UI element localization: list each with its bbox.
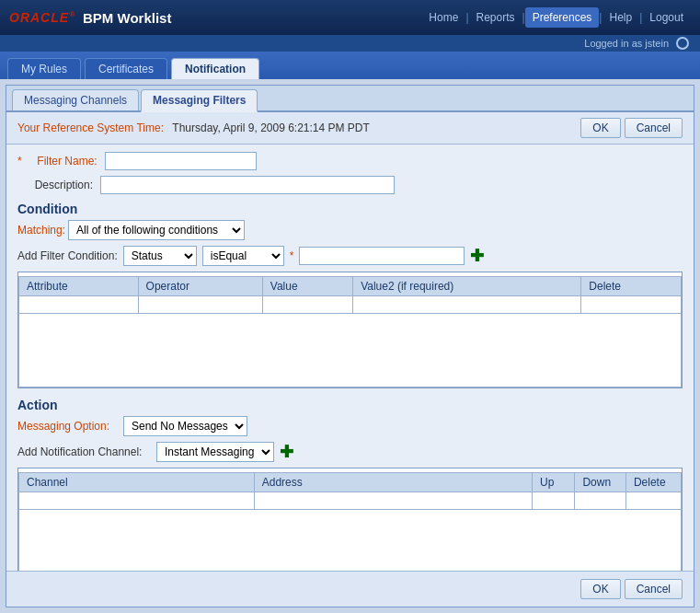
filter-name-input[interactable] [105, 152, 257, 170]
matching-row: Matching: All of the following condition… [17, 220, 683, 240]
sub-tab-messaging-filters[interactable]: Messaging Filters [141, 89, 258, 112]
action-col-address: Address [254, 473, 532, 492]
add-channel-icon[interactable]: ✚ [280, 444, 293, 460]
cancel-bottom-button[interactable]: Cancel [625, 579, 683, 599]
login-bar: Logged in as jstein [0, 35, 700, 52]
app-title: BPM Worklist [83, 10, 171, 26]
content-panel: Messaging Channels Messaging Filters You… [6, 85, 694, 607]
tab-certificates[interactable]: Certificates [85, 58, 167, 79]
top-buttons-row: Your Reference System Time: Thursday, Ap… [6, 112, 694, 145]
action-col-delete: Delete [625, 473, 681, 492]
filter-name-row: * Filter Name: [17, 152, 683, 170]
col-operator: Operator [138, 277, 262, 296]
nav-home[interactable]: Home [421, 7, 465, 28]
nav-logout[interactable]: Logout [642, 7, 691, 28]
col-value2: Value2 (if required) [353, 277, 581, 296]
matching-label: Matching: [17, 224, 68, 237]
main: Messaging Channels Messaging Filters You… [0, 79, 700, 613]
action-row-2 [19, 510, 682, 572]
nav-reports[interactable]: Reports [469, 7, 522, 28]
condition-empty-row [19, 296, 682, 314]
tabs-row: My Rules Certificates Notification [0, 52, 700, 79]
ok-bottom-button[interactable]: OK [580, 579, 620, 599]
condition-grid: Attribute Operator Value Value2 (if requ… [17, 272, 683, 388]
add-notification-row: Add Notification Channel: Instant Messag… [17, 442, 683, 462]
action-empty-row [19, 492, 682, 510]
channel-select[interactable]: Instant Messaging Email SMS [156, 442, 274, 462]
tab-my-rules[interactable]: My Rules [7, 58, 81, 79]
operator-select[interactable]: isEqual isNotEqual contains startsWith [202, 246, 284, 266]
filter-name-label: Filter Name: [22, 155, 105, 168]
ref-time-label: Your Reference System Time: [17, 121, 164, 134]
logged-in-label: Logged in as jstein [584, 38, 669, 49]
action-title: Action [17, 398, 683, 412]
bottom-buttons-row: OK Cancel [6, 571, 694, 607]
action-col-down: Down [575, 473, 625, 492]
col-delete: Delete [581, 277, 682, 296]
header-left: ORACLE® BPM Worklist [9, 10, 171, 26]
form-content: * Filter Name: Description: Condition Ma… [6, 145, 694, 571]
cancel-top-button[interactable]: Cancel [625, 118, 683, 138]
col-value: Value [262, 277, 352, 296]
nav-help[interactable]: Help [602, 7, 639, 28]
filter-value-input[interactable] [299, 247, 465, 265]
condition-row-2 [19, 314, 682, 387]
description-label: Description: [17, 179, 100, 191]
sub-tabs: Messaging Channels Messaging Filters [6, 86, 694, 112]
ok-top-button[interactable]: OK [580, 118, 620, 138]
messaging-option-select[interactable]: Send No Messages Send Messages Send Dige… [123, 416, 247, 436]
messaging-option-row: Messaging Option: Send No Messages Send … [17, 416, 683, 436]
oracle-logo: ORACLE® [9, 10, 75, 25]
add-filter-label: Add Filter Condition: [17, 249, 118, 262]
action-col-channel: Channel [19, 473, 255, 492]
nav-preferences[interactable]: Preferences [525, 7, 600, 28]
tab-notification[interactable]: Notification [171, 58, 259, 79]
ref-row: Your Reference System Time: Thursday, Ap… [17, 121, 577, 134]
ref-time-value: Thursday, April 9, 2009 6:21:14 PM PDT [172, 121, 370, 134]
filter-required-star: * [290, 249, 294, 262]
description-input[interactable] [100, 176, 395, 194]
header: ORACLE® BPM Worklist Home | Reports | Pr… [0, 0, 700, 35]
matching-select[interactable]: All of the following conditions Any of t… [68, 220, 245, 240]
action-table: Channel Address Up Down Delete [18, 472, 682, 571]
oracle-red: ORACLE [9, 10, 69, 25]
add-filter-row: Add Filter Condition: Status Priority As… [17, 246, 683, 266]
attribute-select[interactable]: Status Priority Assignee Creator Title [123, 246, 197, 266]
add-filter-icon[interactable]: ✚ [470, 248, 484, 264]
condition-title: Condition [17, 202, 683, 216]
action-grid: Channel Address Up Down Delete [17, 468, 683, 571]
col-attribute: Attribute [19, 277, 139, 296]
condition-table: Attribute Operator Value Value2 (if requ… [18, 276, 682, 387]
header-nav: Home | Reports | Preferences | Help | Lo… [421, 7, 691, 28]
add-notification-label: Add Notification Channel: [17, 445, 151, 458]
action-col-up: Up [532, 473, 574, 492]
sub-tab-messaging-channels[interactable]: Messaging Channels [12, 89, 139, 110]
description-row: Description: [17, 176, 683, 194]
login-icon [676, 37, 689, 50]
messaging-option-label: Messaging Option: [17, 420, 123, 433]
